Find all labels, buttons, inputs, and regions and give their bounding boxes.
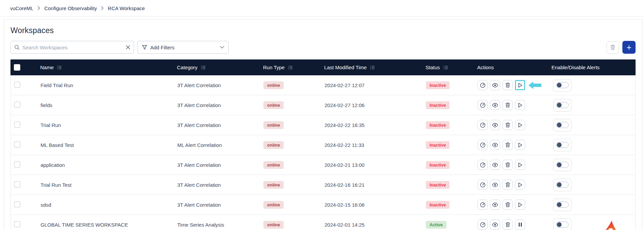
run-button[interactable]: [515, 120, 525, 130]
run-button[interactable]: [515, 100, 525, 110]
row-checkbox[interactable]: [14, 181, 20, 187]
column-menu-icon[interactable]: [288, 66, 293, 70]
gauge-button[interactable]: [478, 100, 488, 110]
gauge-button[interactable]: [478, 180, 488, 190]
column-header-label: Enable/Disable Alerts: [551, 65, 600, 70]
alerts-toggle[interactable]: [553, 119, 571, 131]
column-header-status[interactable]: Status: [426, 65, 477, 70]
toggle-knob: [557, 202, 562, 207]
view-button[interactable]: [490, 140, 500, 150]
column-header-label: Category: [177, 65, 198, 70]
alerts-toggle[interactable]: [553, 99, 571, 111]
clear-search-icon[interactable]: [126, 45, 130, 50]
run-button[interactable]: [515, 220, 525, 230]
run-button[interactable]: [515, 200, 525, 210]
pause-icon: [518, 222, 522, 227]
column-menu-icon[interactable]: [370, 66, 375, 70]
chevron-right-icon: [101, 6, 104, 10]
delete-selected-button[interactable]: [607, 41, 619, 54]
delete-row-button[interactable]: [503, 180, 513, 190]
breadcrumb-item-rca-workspace[interactable]: RCA Workspace: [108, 5, 145, 11]
gauge-button[interactable]: [478, 80, 488, 90]
gauge-button[interactable]: [478, 220, 488, 230]
cell-last-modified-time: 2024-02-22 16:35: [325, 122, 426, 128]
view-button[interactable]: [490, 220, 500, 230]
search-input[interactable]: [22, 45, 123, 50]
alerts-toggle[interactable]: [553, 219, 571, 230]
gauge-icon: [480, 202, 486, 208]
row-checkbox[interactable]: [14, 102, 20, 108]
table-row: Field Trial Run 3T Alert Correlation onl…: [11, 75, 635, 95]
alerts-toggle[interactable]: [553, 179, 571, 191]
status-badge: Active: [426, 221, 446, 229]
column-menu-icon[interactable]: [443, 66, 448, 70]
run-button[interactable]: [515, 160, 525, 170]
play-icon: [518, 182, 522, 187]
gauge-icon: [480, 222, 486, 228]
trash-icon: [505, 122, 510, 128]
row-checkbox[interactable]: [14, 161, 20, 168]
view-button[interactable]: [490, 180, 500, 190]
alerts-toggle[interactable]: [553, 159, 571, 171]
delete-row-button[interactable]: [503, 120, 513, 130]
breadcrumb-item-vucoreml[interactable]: vuCoreML: [10, 5, 33, 11]
row-checkbox[interactable]: [14, 201, 20, 207]
filter-icon: [142, 45, 147, 50]
row-checkbox[interactable]: [14, 122, 20, 128]
row-checkbox[interactable]: [14, 142, 20, 148]
alerts-toggle[interactable]: [553, 79, 571, 92]
select-all-checkbox[interactable]: [14, 64, 20, 71]
toggle-knob: [557, 143, 562, 148]
table-body: Field Trial Run 3T Alert Correlation onl…: [10, 75, 636, 230]
cell-actions: [478, 120, 552, 130]
view-button[interactable]: [490, 100, 500, 110]
gauge-button[interactable]: [478, 120, 488, 130]
add-filters-dropdown[interactable]: Add Filters: [137, 41, 229, 54]
delete-row-button[interactable]: [503, 80, 513, 90]
play-icon: [518, 123, 522, 128]
alerts-toggle[interactable]: [553, 139, 571, 151]
eye-icon: [492, 123, 498, 127]
chevron-right-icon: [37, 6, 40, 10]
breadcrumb-item-configure-observability[interactable]: Configure Observability: [44, 5, 97, 11]
gauge-button[interactable]: [478, 200, 488, 210]
delete-row-button[interactable]: [503, 200, 513, 210]
row-checkbox[interactable]: [14, 82, 20, 88]
delete-row-button[interactable]: [503, 220, 513, 230]
cell-category: ML Alert Correlation: [177, 142, 263, 148]
column-header-last-modified-time[interactable]: Last Modified Time: [324, 65, 426, 70]
add-workspace-button[interactable]: +: [622, 41, 636, 54]
column-menu-icon[interactable]: [201, 66, 206, 70]
toggle-knob: [557, 103, 562, 108]
alerts-toggle[interactable]: [553, 199, 571, 211]
delete-row-button[interactable]: [503, 140, 513, 150]
cell-actions: [478, 220, 552, 230]
view-button[interactable]: [490, 200, 500, 210]
run-type-badge: online: [263, 101, 284, 109]
view-button[interactable]: [490, 160, 500, 170]
gauge-button[interactable]: [478, 160, 488, 170]
column-menu-icon[interactable]: [57, 66, 62, 70]
run-button[interactable]: [515, 180, 525, 190]
toggle-track: [556, 122, 569, 128]
cell-name: fields: [41, 102, 177, 108]
run-type-badge: online: [263, 161, 284, 169]
column-header-run-type[interactable]: Run Type: [263, 65, 324, 70]
view-button[interactable]: [490, 120, 500, 130]
cell-last-modified-time: 2024-02-27 12:07: [325, 82, 426, 88]
run-button[interactable]: [515, 80, 525, 90]
view-button[interactable]: [490, 80, 500, 90]
row-checkbox[interactable]: [14, 221, 20, 227]
column-header-category[interactable]: Category: [177, 65, 263, 70]
eye-icon: [492, 83, 498, 87]
run-button[interactable]: [515, 140, 525, 150]
play-icon: [518, 162, 522, 168]
column-header-actions[interactable]: Actions: [477, 65, 551, 70]
status-badge: Inactive: [426, 101, 449, 109]
gauge-button[interactable]: [478, 140, 488, 150]
delete-row-button[interactable]: [503, 160, 513, 170]
column-header-name[interactable]: Name: [40, 65, 177, 70]
column-header-enable-disable-alerts[interactable]: Enable/Disable Alerts: [551, 65, 636, 70]
status-badge: Inactive: [426, 141, 449, 149]
delete-row-button[interactable]: [503, 100, 513, 110]
